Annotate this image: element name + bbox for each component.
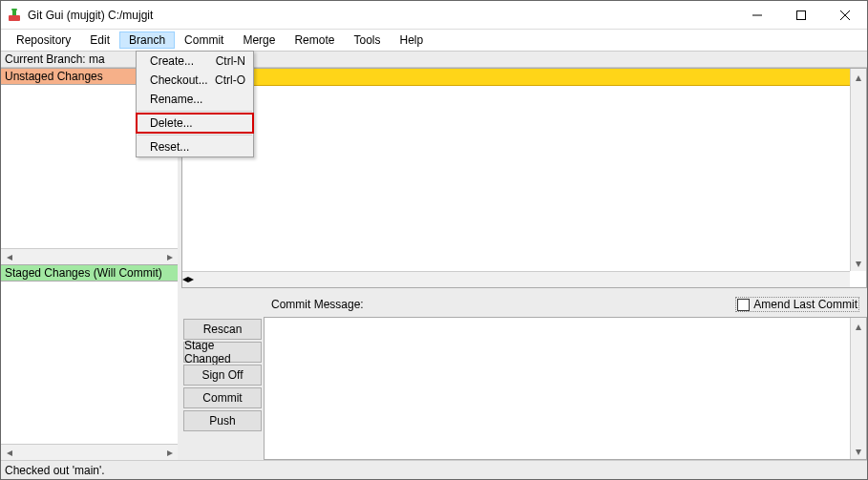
menubar: Repository Edit Branch Commit Merge Remo… <box>1 30 867 51</box>
scroll-left-icon[interactable]: ◂ <box>1 445 17 461</box>
scroll-track[interactable] <box>851 85 866 255</box>
dropdown-label: Create... <box>150 54 216 68</box>
scroll-right-icon[interactable]: ▸ <box>188 272 194 287</box>
menu-merge[interactable]: Merge <box>233 31 285 49</box>
commit-message-input[interactable]: ▴ ▾ <box>264 317 867 460</box>
close-button[interactable] <box>823 1 867 29</box>
statusbar: Checked out 'main'. <box>1 460 867 479</box>
minimize-button[interactable] <box>735 1 779 29</box>
dropdown-label: Checkout... <box>150 73 215 87</box>
scroll-right-icon[interactable]: ▸ <box>161 445 178 461</box>
rescan-button[interactable]: Rescan <box>183 319 262 340</box>
commit-vscroll[interactable]: ▴ ▾ <box>850 318 866 459</box>
right-column: ▴ ▾ ◂ ▸ Rescan Stage Changed Sign Off Co… <box>181 68 867 460</box>
menu-commit[interactable]: Commit <box>175 31 233 49</box>
scroll-left-icon[interactable]: ◂ <box>1 248 17 264</box>
staged-header-label: Staged Changes (Will Commit) <box>5 266 162 280</box>
commit-header: Commit Message: Amend Last Commit <box>264 292 867 317</box>
commit-message-column: Commit Message: Amend Last Commit ▴ ▾ <box>264 292 867 460</box>
commit-message-label: Commit Message: <box>271 298 364 311</box>
app-window: Git Gui (mujgit) C:/mujgit Repository Ed… <box>0 0 868 480</box>
staged-header: Staged Changes (Will Commit) <box>1 264 178 282</box>
push-button[interactable]: Push <box>183 410 262 431</box>
menu-remote[interactable]: Remote <box>285 31 344 49</box>
branch-dropdown: Create... Ctrl-N Checkout... Ctrl-O Rena… <box>136 51 254 157</box>
dropdown-separator <box>138 135 252 136</box>
maximize-button[interactable] <box>779 1 823 29</box>
scroll-down-icon[interactable]: ▾ <box>851 255 866 271</box>
svg-rect-4 <box>797 10 806 19</box>
menu-branch[interactable]: Branch <box>119 31 175 49</box>
amend-last-commit-checkbox[interactable]: Amend Last Commit <box>735 297 859 312</box>
scroll-right-icon[interactable]: ▸ <box>161 248 178 264</box>
dropdown-label: Rename... <box>150 93 245 106</box>
commit-button[interactable]: Commit <box>183 387 262 408</box>
dropdown-item-checkout[interactable]: Checkout... Ctrl-O <box>137 71 253 90</box>
commit-area: Rescan Stage Changed Sign Off Commit Pus… <box>181 292 867 460</box>
commit-buttons: Rescan Stage Changed Sign Off Commit Pus… <box>181 292 264 460</box>
menu-repository[interactable]: Repository <box>7 31 80 49</box>
current-branch-row: Current Branch: ma <box>1 51 867 68</box>
app-icon <box>7 8 22 23</box>
dropdown-label: Delete... <box>150 116 245 130</box>
unstaged-hscroll[interactable]: ◂ ▸ <box>1 248 178 264</box>
stage-changed-button[interactable]: Stage Changed <box>183 342 262 363</box>
dropdown-item-delete[interactable]: Delete... <box>137 114 253 133</box>
titlebar: Git Gui (mujgit) C:/mujgit <box>1 1 867 30</box>
dropdown-shortcut: Ctrl-O <box>215 73 245 87</box>
menu-help[interactable]: Help <box>390 31 433 49</box>
amend-label: Amend Last Commit <box>753 298 857 311</box>
diff-hscroll[interactable]: ◂ ▸ <box>182 271 850 287</box>
diff-vscroll[interactable]: ▴ ▾ <box>850 69 866 271</box>
diff-viewer[interactable]: ▴ ▾ ◂ ▸ <box>181 68 867 288</box>
staged-hscroll[interactable]: ◂ ▸ <box>1 444 178 460</box>
staged-list[interactable] <box>1 282 178 445</box>
main-content: Unstaged Changes ◂ ▸ Staged Changes (Wil… <box>1 68 867 460</box>
current-branch-label: Current Branch: ma <box>5 52 105 66</box>
unstaged-header-label: Unstaged Changes <box>5 70 103 83</box>
svg-rect-0 <box>9 15 20 21</box>
sign-off-button[interactable]: Sign Off <box>183 365 262 386</box>
dropdown-shortcut: Ctrl-N <box>216 54 245 68</box>
scroll-track[interactable] <box>851 334 866 443</box>
dropdown-item-reset[interactable]: Reset... <box>137 137 253 157</box>
menu-edit[interactable]: Edit <box>80 31 119 49</box>
scroll-up-icon[interactable]: ▴ <box>851 69 866 85</box>
diff-header-bar <box>182 69 850 86</box>
svg-rect-2 <box>11 9 17 10</box>
scroll-down-icon[interactable]: ▾ <box>851 443 866 459</box>
dropdown-item-create[interactable]: Create... Ctrl-N <box>137 52 253 71</box>
dropdown-label: Reset... <box>150 140 245 154</box>
window-title: Git Gui (mujgit) C:/mujgit <box>28 9 735 22</box>
dropdown-item-rename[interactable]: Rename... <box>137 90 253 109</box>
menu-tools[interactable]: Tools <box>344 31 390 49</box>
status-text: Checked out 'main'. <box>5 464 105 477</box>
scroll-up-icon[interactable]: ▴ <box>851 318 866 334</box>
dropdown-separator <box>138 111 252 112</box>
checkbox-icon[interactable] <box>737 299 750 311</box>
